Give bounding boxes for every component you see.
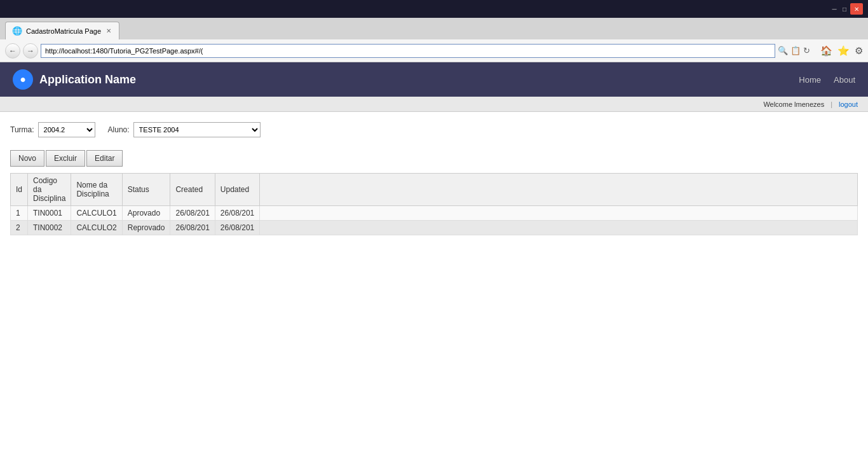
title-bar-controls: ─ □ ✕ — [830, 3, 863, 15]
refresh-icon[interactable]: ↻ — [803, 46, 810, 55]
address-bar: ← → 🔍 📋 ↻ 🏠 ⭐ ⚙ — [0, 39, 868, 62]
page-content: Turma: 2004.2 2004.1 2003.2 Aluno: TESTE… — [0, 112, 868, 463]
cell-id: 1 — [11, 206, 28, 221]
cell-extra — [260, 206, 858, 221]
cell-created: 26/08/201 — [170, 206, 215, 221]
app-logo-area: ● Application Name — [13, 69, 136, 90]
bookmark-icon[interactable]: 📋 — [790, 46, 801, 55]
welcome-message: Welcome lmenezes — [763, 100, 824, 108]
cell-status: Reprovado — [122, 221, 170, 235]
col-codigo: Codigo da Disciplina — [28, 174, 71, 206]
col-extra — [260, 174, 858, 206]
col-nome: Nome da Disciplina — [71, 174, 122, 206]
col-status: Status — [122, 174, 170, 206]
tab-bar: 🌐 CadastroMatricula Page ✕ — [0, 18, 868, 39]
nav-about[interactable]: About — [834, 75, 855, 85]
aluno-group: Aluno: TESTE 2004 TESTE 2003 — [108, 122, 261, 137]
cell-codigo: TIN0001 — [28, 206, 71, 221]
toolbar-icons: 🏠 ⭐ ⚙ — [820, 45, 863, 57]
logo-icon: ● — [20, 74, 26, 85]
aluno-select[interactable]: TESTE 2004 TESTE 2003 — [133, 122, 261, 137]
app-header: ● Application Name Home About — [0, 62, 868, 97]
turma-label: Turma: — [10, 125, 34, 134]
cell-updated: 26/08/201 — [215, 221, 259, 235]
turma-select[interactable]: 2004.2 2004.1 2003.2 — [38, 122, 95, 137]
col-updated: Updated — [215, 174, 259, 206]
browser-tab[interactable]: 🌐 CadastroMatricula Page ✕ — [5, 22, 119, 39]
settings-icon[interactable]: ⚙ — [855, 45, 863, 57]
welcome-bar: Welcome lmenezes | logout — [0, 97, 868, 112]
cell-id: 2 — [11, 221, 28, 235]
back-button[interactable]: ← — [5, 43, 20, 59]
turma-group: Turma: 2004.2 2004.1 2003.2 — [10, 122, 95, 137]
home-icon[interactable]: 🏠 — [820, 45, 832, 57]
tab-icon: 🌐 — [12, 26, 22, 36]
tab-close-button[interactable]: ✕ — [105, 27, 112, 34]
form-row: Turma: 2004.2 2004.1 2003.2 Aluno: TESTE… — [10, 122, 858, 137]
forward-button[interactable]: → — [23, 43, 38, 59]
col-created: Created — [170, 174, 215, 206]
maximize-button[interactable]: □ — [840, 4, 849, 13]
close-button[interactable]: ✕ — [850, 3, 863, 15]
address-icons: 🔍 📋 ↻ — [778, 46, 810, 55]
separator: | — [831, 100, 832, 108]
star-icon[interactable]: ⭐ — [837, 45, 850, 57]
cell-created: 26/08/201 — [170, 221, 215, 235]
url-input[interactable] — [41, 44, 775, 58]
col-id: Id — [11, 174, 28, 206]
logout-link[interactable]: logout — [839, 100, 858, 108]
aluno-label: Aluno: — [108, 125, 130, 134]
app-title: Application Name — [39, 73, 136, 86]
table-row[interactable]: 1TIN0001CALCULO1Aprovado26/08/20126/08/2… — [11, 206, 858, 221]
cell-codigo: TIN0002 — [28, 221, 71, 235]
cell-updated: 26/08/201 — [215, 206, 259, 221]
cell-nome: CALCULO2 — [71, 221, 122, 235]
app-logo: ● — [13, 69, 33, 90]
search-icon[interactable]: 🔍 — [778, 46, 788, 55]
table-row[interactable]: 2TIN0002CALCULO2Reprovado26/08/20126/08/… — [11, 221, 858, 235]
cell-extra — [260, 221, 858, 235]
novo-button[interactable]: Novo — [10, 150, 44, 167]
action-buttons: Novo Excluir Editar — [10, 150, 858, 167]
excluir-button[interactable]: Excluir — [46, 150, 85, 167]
table-header: Id Codigo da Disciplina Nome da Discipli… — [11, 174, 858, 206]
nav-home[interactable]: Home — [799, 75, 821, 85]
cell-status: Aprovado — [122, 206, 170, 221]
app-nav: Home About — [799, 75, 855, 85]
data-table: Id Codigo da Disciplina Nome da Discipli… — [10, 173, 858, 235]
minimize-button[interactable]: ─ — [830, 4, 839, 13]
editar-button[interactable]: Editar — [86, 150, 123, 167]
tab-title: CadastroMatricula Page — [26, 27, 101, 35]
cell-nome: CALCULO1 — [71, 206, 122, 221]
title-bar: ─ □ ✕ — [0, 0, 868, 18]
table-body: 1TIN0001CALCULO1Aprovado26/08/20126/08/2… — [11, 206, 858, 235]
